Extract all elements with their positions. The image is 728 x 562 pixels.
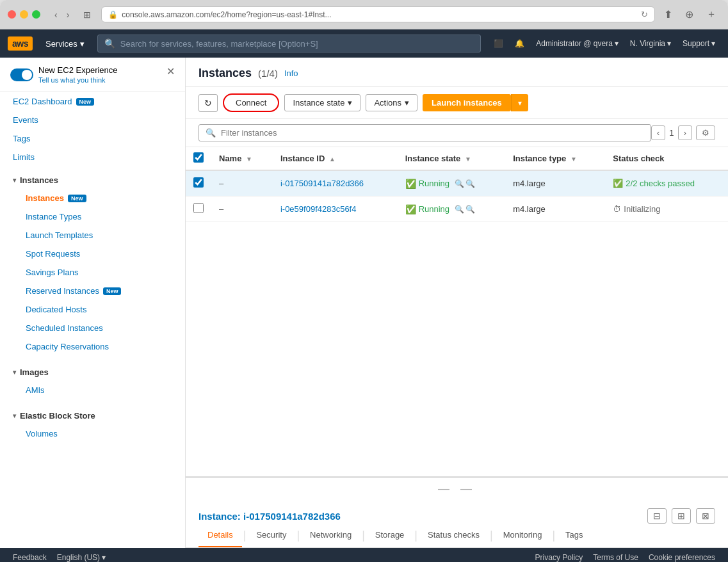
table-header-instance-state[interactable]: Instance state ▼ — [398, 147, 506, 170]
row2-checkbox[interactable] — [193, 203, 204, 213]
add-button[interactable]: ＋ — [702, 6, 720, 22]
sidebar-item-ec2-dashboard[interactable]: EC2 Dashboard New — [0, 92, 185, 111]
support-chevron-icon: ▾ — [711, 39, 715, 48]
filter-input[interactable] — [221, 128, 644, 138]
new-ec2-toggle[interactable] — [10, 68, 33, 81]
sidebar-item-capacity-reservations[interactable]: Capacity Reservations — [13, 337, 172, 356]
detail-panel-header: Instance: i-017509141a782d366 ⊟ ⊞ ⊠ — [186, 499, 728, 524]
instance-state-button[interactable]: Instance state ▾ — [284, 94, 360, 111]
zoom-out-icon-row2[interactable]: 🔍 — [465, 205, 475, 214]
select-all-checkbox[interactable] — [193, 152, 204, 163]
detail-layout-btn-2[interactable]: ⊞ — [672, 508, 691, 524]
sidebar-item-instances[interactable]: Instances New — [13, 189, 172, 207]
notifications-button[interactable]: 🔔 — [510, 36, 530, 51]
sidebar-item-instance-types[interactable]: Instance Types — [13, 207, 172, 226]
user-chevron-icon: ▾ — [615, 39, 619, 48]
launch-instances-button[interactable]: Launch instances — [423, 94, 511, 111]
table-header-instance-type[interactable]: Instance type ▼ — [505, 147, 605, 170]
user-menu-button[interactable]: Administrator @ qvera ▾ — [531, 36, 624, 51]
row2-instance-id-link[interactable]: i-0e59f09f4283c56f4 — [280, 204, 357, 214]
table-settings-button[interactable]: ⚙ — [696, 125, 715, 140]
share-button[interactable]: ⬆ — [660, 7, 676, 22]
actions-button[interactable]: Actions ▾ — [366, 94, 417, 111]
tab-status-checks[interactable]: Status checks — [419, 524, 489, 547]
launch-instances-dropdown-button[interactable]: ▾ — [511, 94, 528, 111]
privacy-policy-link[interactable]: Privacy Policy — [535, 553, 583, 562]
row1-zoom-icons: 🔍 🔍 — [455, 179, 475, 188]
minimize-traffic-light[interactable] — [20, 10, 28, 19]
feedback-link[interactable]: Feedback — [13, 553, 47, 562]
sidebar-close-button[interactable]: ✕ — [166, 65, 175, 77]
terms-of-use-link[interactable]: Terms of Use — [593, 553, 638, 562]
tab-grid-button[interactable]: ⊞ — [78, 8, 96, 21]
table-header-status-check[interactable]: Status check — [605, 147, 728, 170]
detail-layout-btn-1[interactable]: ⊟ — [647, 508, 667, 524]
sidebar-item-amis[interactable]: AMIs — [13, 381, 172, 399]
next-page-button[interactable]: › — [678, 125, 692, 140]
chevron-down-icon-images: ▾ — [13, 369, 16, 376]
sidebar-item-dedicated-hosts[interactable]: Dedicated Hosts — [13, 300, 172, 319]
prev-page-button[interactable]: ‹ — [651, 125, 665, 140]
support-button[interactable]: Support ▾ — [677, 36, 720, 51]
connect-button[interactable]: Connect — [223, 93, 279, 112]
new-badge-instances: New — [68, 195, 86, 202]
row1-checkbox[interactable] — [193, 177, 204, 188]
forward-button[interactable]: › — [63, 8, 74, 21]
url-text: console.aws.amazon.com/ec2/home?region=u… — [122, 10, 331, 19]
reload-url-icon[interactable]: ↻ — [641, 10, 648, 19]
sidebar-section-images-header[interactable]: ▾ Images — [13, 364, 172, 381]
refresh-button[interactable]: ↻ — [198, 94, 218, 112]
tab-monitoring[interactable]: Monitoring — [494, 524, 551, 547]
sidebar-item-tags[interactable]: Tags — [0, 129, 185, 148]
row1-type: m4.large — [505, 170, 605, 197]
tab-tags[interactable]: Tags — [556, 524, 592, 547]
sidebar-item-savings-plans[interactable]: Savings Plans — [13, 263, 172, 282]
tab-networking[interactable]: Networking — [301, 524, 360, 547]
tab-separator-3: | — [360, 524, 366, 547]
sidebar-item-launch-templates[interactable]: Launch Templates — [13, 226, 172, 245]
url-bar[interactable]: 🔒 console.aws.amazon.com/ec2/home?region… — [101, 6, 655, 22]
sidebar-item-scheduled-instances[interactable]: Scheduled Instances — [13, 319, 172, 337]
tab-separator-6: | — [551, 524, 556, 547]
tab-security[interactable]: Security — [247, 524, 295, 547]
region-button[interactable]: N. Virginia ▾ — [625, 36, 676, 51]
zoom-in-icon-row1[interactable]: 🔍 — [455, 179, 464, 188]
tab-details[interactable]: Details — [198, 524, 242, 547]
sort-icon-id: ▲ — [329, 156, 336, 163]
row1-instance-id-link[interactable]: i-017509141a782d366 — [280, 179, 364, 188]
close-traffic-light[interactable] — [8, 10, 16, 19]
tab-storage[interactable]: Storage — [366, 524, 414, 547]
back-button[interactable]: ‹ — [51, 8, 61, 21]
sidebar-item-limits[interactable]: Limits — [0, 148, 185, 166]
language-selector[interactable]: English (US) ▾ — [57, 553, 106, 562]
detail-layout-btn-3[interactable]: ⊠ — [696, 508, 715, 524]
tell-us-link[interactable]: Tell us what you think — [38, 76, 118, 84]
row2-state-cell: ✅ Running 🔍 🔍 — [398, 197, 506, 222]
search-input[interactable] — [120, 39, 474, 49]
search-bar[interactable]: 🔍 — [97, 35, 481, 52]
sidebar-item-volumes[interactable]: Volumes — [13, 424, 172, 443]
services-button[interactable]: Services ▾ — [40, 36, 90, 51]
row1-name: – — [211, 170, 273, 197]
footer: Feedback English (US) ▾ Privacy Policy T… — [0, 548, 728, 562]
zoom-out-icon-row1[interactable]: 🔍 — [465, 179, 475, 188]
zoom-in-icon-row2[interactable]: 🔍 — [455, 205, 464, 214]
sort-icon-state: ▼ — [465, 156, 471, 163]
resize-handle[interactable]: — — — [186, 478, 728, 499]
content-area: Instances (1/4) Info ↻ Connect Instance … — [186, 58, 728, 548]
detail-instance-id[interactable]: i-017509141a782d366 — [243, 511, 341, 522]
cloud9-button[interactable]: ⬛ — [489, 36, 508, 51]
table-header-name[interactable]: Name ▼ — [211, 147, 273, 170]
sidebar-section-ebs-header[interactable]: ▾ Elastic Block Store — [13, 407, 172, 424]
row2-state-label: Running — [419, 204, 449, 214]
sidebar-section-instances-header[interactable]: ▾ Instances — [13, 172, 172, 189]
new-badge-reserved: New — [103, 287, 122, 295]
info-link[interactable]: Info — [284, 68, 298, 78]
sidebar-item-spot-requests[interactable]: Spot Requests — [13, 245, 172, 263]
cookie-preferences-link[interactable]: Cookie preferences — [649, 553, 715, 562]
new-tab-button[interactable]: ⊕ — [681, 7, 697, 22]
sidebar-item-events[interactable]: Events — [0, 111, 185, 129]
table-header-instance-id[interactable]: Instance ID ▲ — [273, 147, 398, 170]
sidebar-item-reserved-instances[interactable]: Reserved Instances New — [13, 282, 172, 300]
maximize-traffic-light[interactable] — [32, 10, 40, 19]
